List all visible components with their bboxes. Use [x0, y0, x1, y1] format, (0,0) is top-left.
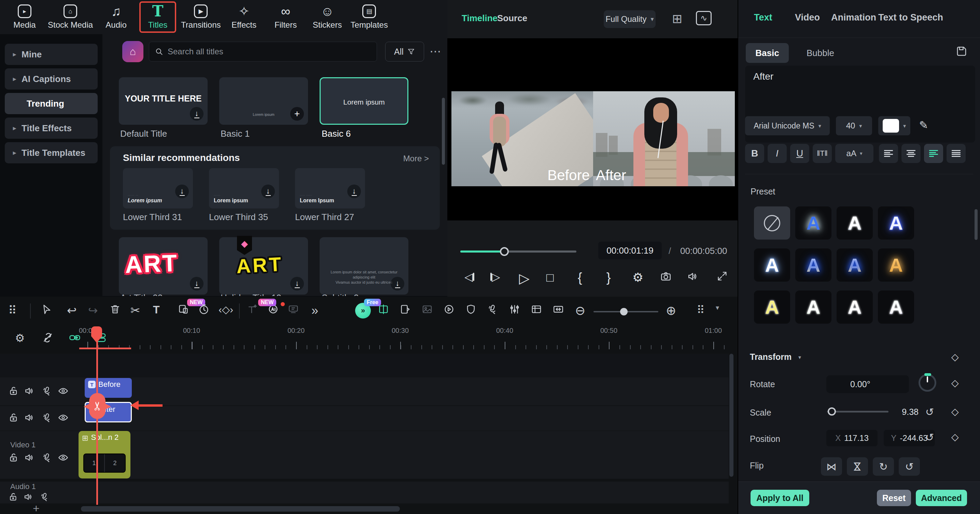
seek-knob[interactable] — [500, 247, 509, 256]
search-input[interactable] — [168, 47, 352, 56]
nav-effects[interactable]: ✧ Effects — [226, 2, 262, 33]
flip-vertical-button[interactable]: ⋈ — [847, 457, 868, 476]
preset-style-1[interactable]: A — [795, 206, 832, 239]
zoom-in-icon[interactable]: ⊕ — [666, 303, 676, 318]
rotate-cw-button[interactable]: ↻ — [873, 457, 894, 476]
nav-titles[interactable]: T Titles — [139, 2, 176, 33]
speech-to-text-icon[interactable] — [288, 303, 299, 315]
timeline-ruler[interactable]: ⚙ 00:00 00:10 00:20 00:30 00:40 00:50 01… — [0, 326, 738, 355]
layout-grid-icon[interactable]: ⊞ — [672, 12, 682, 26]
subtab-basic[interactable]: Basic — [746, 43, 789, 63]
title-card-basic-1[interactable]: Lorem ipsum + — [219, 77, 308, 125]
italic-button[interactable]: I — [768, 144, 787, 163]
fit-timeline-icon[interactable] — [552, 303, 564, 315]
scale-slider[interactable] — [827, 411, 888, 412]
lock-icon[interactable] — [8, 385, 19, 398]
download-icon[interactable]: ↓ — [347, 185, 361, 198]
preset-style-10[interactable]: A — [837, 291, 873, 324]
timeline-vertical-scrollbar[interactable] — [729, 354, 733, 477]
more-link[interactable]: More > — [403, 154, 429, 163]
underline-button[interactable]: U — [790, 144, 809, 163]
audio-mixer-icon[interactable] — [509, 303, 520, 315]
video-frame[interactable]: Before After — [452, 91, 735, 186]
quick-text-tool-icon[interactable] — [247, 303, 258, 315]
more-tools-icon[interactable]: » — [312, 303, 318, 318]
font-size-dropdown[interactable]: 40 ▾ — [836, 116, 872, 135]
timeline-horizontal-scrollbar[interactable] — [81, 506, 400, 512]
panel-scrollbar[interactable] — [975, 209, 978, 240]
tab-source[interactable]: Source — [497, 13, 527, 24]
tab-text-to-speech[interactable]: Text to Speech — [878, 12, 943, 23]
preset-style-4[interactable]: A — [754, 249, 790, 282]
render-preview-icon[interactable] — [531, 303, 542, 315]
select-tool-icon[interactable] — [41, 303, 52, 315]
add-track-button[interactable]: + — [33, 502, 40, 514]
snapshot-image-icon[interactable] — [422, 303, 433, 315]
nav-filters[interactable]: ∞ Filters — [267, 2, 304, 33]
rotate-dial[interactable] — [918, 374, 936, 392]
split-clip-icon[interactable] — [378, 303, 389, 315]
position-x-input[interactable]: X 117.13 — [826, 430, 878, 446]
more-menu-button[interactable]: ⋯ — [430, 45, 442, 58]
sidebar-item-mine[interactable]: ▸ Mine — [5, 44, 98, 65]
scopes-icon[interactable]: ∿ — [696, 11, 712, 25]
voice-icon[interactable] — [42, 452, 52, 465]
collapse-caret-icon[interactable]: ▾ — [798, 354, 801, 361]
quality-dropdown[interactable]: Full Quality ▾ — [604, 10, 655, 28]
next-frame-button[interactable]: ▷ — [490, 270, 500, 283]
sidebar-item-title-effects[interactable]: ▸ Title Effects — [5, 118, 98, 139]
preset-style-9[interactable]: A — [795, 291, 832, 324]
tab-timeline[interactable]: Timeline — [462, 13, 498, 24]
voice-icon[interactable] — [40, 492, 50, 503]
preset-style-11[interactable]: A — [878, 291, 914, 324]
bold-button[interactable]: B — [745, 144, 764, 163]
keyframe-icon[interactable]: ‹◇› — [218, 303, 233, 315]
nav-audio[interactable]: ♫ Audio — [98, 2, 135, 33]
snapshot-camera-icon[interactable] — [660, 270, 672, 283]
voice-icon[interactable] — [42, 385, 52, 398]
title-card-lower-third-27[interactable]: ···· ···· Lorem Ipsum ↓ — [295, 168, 365, 209]
mark-in-button[interactable]: { — [578, 270, 582, 285]
title-card-basic-6[interactable]: Lorem ipsum — [320, 77, 408, 125]
record-voiceover-icon[interactable] — [487, 303, 498, 315]
fullscreen-icon[interactable] — [716, 270, 728, 282]
apply-to-all-button[interactable]: Apply to All — [751, 490, 809, 506]
title-card-art-red[interactable]: ART ↓ — [119, 237, 208, 295]
save-preset-icon[interactable] — [955, 45, 968, 59]
sidebar-item-title-templates[interactable]: ▸ Title Templates — [5, 142, 98, 163]
letter-spacing-button[interactable]: ‖T‖ — [813, 144, 832, 163]
tab-text[interactable]: Text — [754, 12, 772, 23]
download-icon[interactable]: ↓ — [290, 277, 304, 291]
unlink-icon[interactable] — [42, 332, 54, 345]
align-center-button[interactable] — [902, 144, 921, 163]
title-card-lower-third-31[interactable]: ····· ·· Lorem ipsum ↓ — [123, 168, 193, 209]
text-color-dropdown[interactable]: ▾ — [878, 116, 910, 135]
flip-horizontal-button[interactable]: ⋈ — [821, 457, 842, 476]
preset-style-2[interactable]: A — [837, 206, 873, 239]
store-icon[interactable]: ⌂ — [122, 41, 143, 62]
rotate-keyframe-icon[interactable]: ◇ — [951, 377, 959, 389]
eyedropper-icon[interactable]: ✐ — [916, 120, 929, 129]
add-text-icon[interactable]: T — [153, 303, 160, 316]
speed-icon[interactable] — [443, 303, 455, 315]
add-icon[interactable]: + — [290, 107, 304, 121]
preset-none[interactable] — [754, 206, 790, 239]
nav-templates[interactable]: ▤ Templates — [351, 2, 388, 33]
previous-frame-button[interactable]: ◁ — [465, 270, 474, 283]
nav-media[interactable]: ▸ Media — [6, 2, 43, 33]
mute-speaker-icon[interactable] — [24, 385, 35, 398]
align-justify-button[interactable] — [947, 144, 966, 163]
download-icon[interactable]: ↓ — [190, 277, 204, 291]
subtab-bubble[interactable]: Bubble — [807, 48, 834, 58]
mask-icon[interactable] — [465, 303, 477, 315]
mute-speaker-icon[interactable] — [23, 492, 33, 503]
title-card-default[interactable]: YOUR TITLE HERE ↓ — [119, 77, 208, 125]
title-card-subtitle[interactable]: Lorem ipsum dolor sit amet, consectetur … — [320, 237, 408, 295]
stop-button[interactable]: □ — [546, 270, 554, 285]
export-frame-icon[interactable] — [399, 303, 411, 315]
lock-icon[interactable] — [8, 452, 19, 465]
delete-icon[interactable] — [109, 303, 121, 315]
play-button[interactable]: ▷ — [519, 270, 530, 286]
reset-button[interactable]: Reset — [877, 490, 911, 506]
preset-style-7[interactable]: A — [878, 249, 914, 282]
